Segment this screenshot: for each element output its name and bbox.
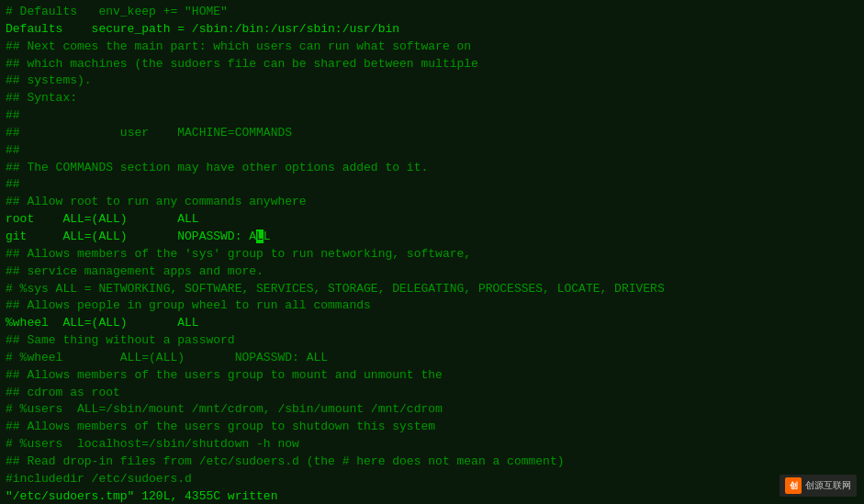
terminal-line: ## Allow root to run any commands anywhe… [6, 194, 858, 211]
terminal-line: # %users ALL=/sbin/mount /mnt/cdrom, /sb… [6, 401, 858, 419]
terminal-line: %wheel ALL=(ALL) ALL [6, 315, 858, 332]
watermark-logo: 创 [785, 477, 802, 494]
terminal-line: Defaults secure_path = /sbin:/bin:/usr/s… [6, 21, 858, 39]
terminal-line: ## The COMMANDS section may have other o… [6, 160, 858, 177]
terminal-line: ## Syntax: [6, 90, 858, 107]
terminal-line: ## Read drop-in files from /etc/sudoers.… [6, 454, 858, 471]
terminal-line: "/etc/sudoers.tmp" 120L, 4355C written [6, 488, 858, 504]
watermark-text: 创源互联网 [805, 479, 851, 492]
terminal-line: # %users localhost=/sbin/shutdown -h now [6, 436, 858, 454]
terminal-line: ## Allows members of the users group to … [6, 419, 858, 436]
terminal-line: # %sys ALL = NETWORKING, SOFTWARE, SERVI… [6, 281, 858, 298]
terminal-line: ## service management apps and more. [6, 263, 858, 281]
terminal-line: ## user MACHINE=COMMANDS [6, 125, 858, 142]
terminal-line: #includedir /etc/sudoers.d [6, 471, 858, 488]
terminal-line: git ALL=(ALL) NOPASSWD: ALL [6, 229, 858, 246]
terminal-line: ## Next comes the main part: which users… [6, 39, 858, 56]
terminal-line: ## cdrom as root [6, 385, 858, 402]
terminal-line: ## which machines (the sudoers file can … [6, 56, 858, 73]
terminal-line: ## [6, 176, 858, 194]
terminal-line: ## systems). [6, 73, 858, 90]
terminal-line: ## Allows members of the 'sys' group to … [6, 246, 858, 263]
terminal-line: root ALL=(ALL) ALL [6, 211, 858, 229]
text-cursor: L [256, 230, 264, 243]
terminal: # Defaults env_keep += "HOME"Defaults se… [0, 0, 864, 504]
terminal-line: # %wheel ALL=(ALL) NOPASSWD: ALL [6, 350, 858, 367]
terminal-line: # Defaults env_keep += "HOME" [6, 4, 858, 21]
terminal-line: ## Allows people in group wheel to run a… [6, 297, 858, 315]
terminal-line: ## Same thing without a password [6, 332, 858, 350]
watermark: 创 创源互联网 [780, 475, 857, 497]
terminal-line: ## Allows members of the users group to … [6, 367, 858, 385]
terminal-line: ## [6, 142, 858, 160]
terminal-line: ## [6, 107, 858, 125]
